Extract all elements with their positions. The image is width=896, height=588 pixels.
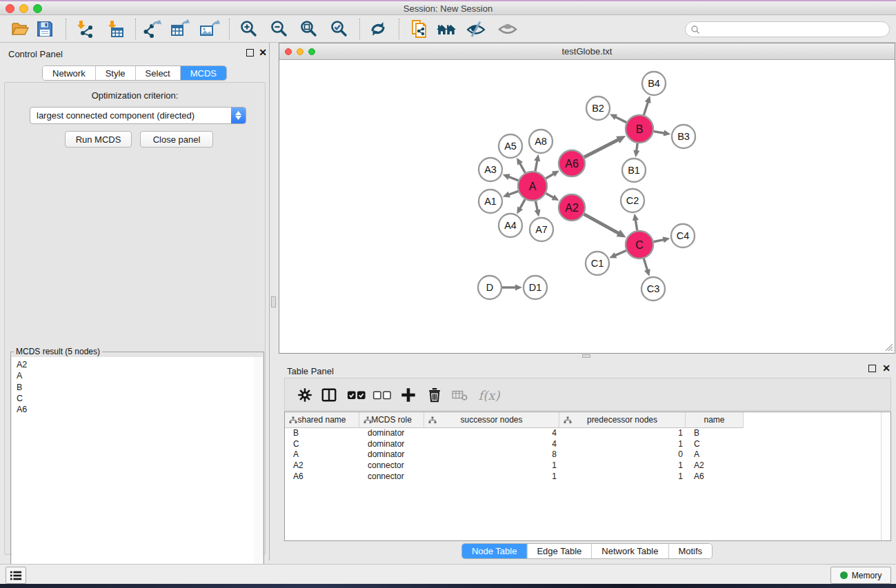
export-network-button[interactable]: [141, 18, 163, 40]
export-table-button[interactable]: [169, 18, 191, 40]
graph-node-C3[interactable]: C3: [641, 277, 665, 301]
resize-grip-icon[interactable]: [884, 343, 893, 352]
horizontal-splitter-handle[interactable]: [582, 354, 590, 358]
table-scrollbar-lane[interactable]: [881, 412, 890, 540]
column-header-shared-name[interactable]: shared name: [285, 412, 359, 428]
graph-edge-A-A4[interactable]: [517, 199, 525, 214]
graph-edge-A2-C[interactable]: [584, 214, 626, 238]
zoom-out-button[interactable]: [268, 18, 290, 40]
graph-edge-A-A6[interactable]: [546, 171, 559, 179]
graph-edge-C-C2[interactable]: [633, 214, 639, 230]
graph-node-A3[interactable]: A3: [479, 158, 502, 181]
export-image-button[interactable]: [199, 18, 221, 40]
graph-node-C4[interactable]: C4: [671, 224, 695, 247]
graph-node-D[interactable]: D: [478, 276, 501, 299]
graph-edge-C-C1[interactable]: [609, 250, 626, 258]
column-header-successor-nodes[interactable]: successor nodes: [424, 412, 559, 428]
result-scrollbar[interactable]: [254, 357, 263, 588]
tab-network[interactable]: Network: [43, 66, 95, 80]
close-panel-icon[interactable]: ✕: [257, 46, 268, 59]
graph-node-C[interactable]: C: [626, 231, 653, 258]
memory-button[interactable]: Memory: [830, 567, 891, 584]
table-row[interactable]: A6connector11A6: [285, 472, 890, 483]
network-canvas[interactable]: AA1A2A3A4A5A6A7A8BB1B2B3B4CC1C2C3C4DD1: [279, 60, 895, 353]
graph-edge-A6-B[interactable]: [584, 136, 626, 157]
table-row[interactable]: Cdominator41C: [285, 439, 890, 450]
hide-selected-button[interactable]: [465, 18, 487, 40]
table-settings-button[interactable]: [294, 384, 316, 406]
close-panel-button[interactable]: Close panel: [140, 131, 213, 148]
table-row[interactable]: Adominator80A: [285, 449, 890, 460]
graph-node-A5[interactable]: A5: [499, 134, 522, 158]
graph-node-B2[interactable]: B2: [586, 97, 610, 120]
deselect-all-button[interactable]: [371, 384, 393, 406]
graph-node-C1[interactable]: C1: [586, 252, 609, 275]
table-row[interactable]: A2connector11A2: [285, 460, 890, 472]
graph-edge-A-A7[interactable]: [535, 201, 541, 217]
graph-edge-B-B3[interactable]: [654, 130, 671, 136]
graph-node-B3[interactable]: B3: [672, 125, 695, 148]
column-header-predecessor-nodes[interactable]: predecessor nodes: [559, 412, 686, 428]
graph-node-A[interactable]: A: [518, 172, 547, 201]
graph-edge-A-A8[interactable]: [534, 154, 540, 172]
import-network-button[interactable]: [73, 18, 95, 40]
table-tab-motifs[interactable]: Motifs: [668, 544, 712, 558]
run-mcds-button[interactable]: Run MCDS: [65, 131, 132, 148]
float-panel-icon[interactable]: [246, 49, 254, 57]
graph-node-A8[interactable]: A8: [529, 130, 552, 153]
task-history-button[interactable]: [6, 567, 26, 584]
graph-edge-A-A1[interactable]: [503, 191, 518, 197]
tab-select[interactable]: Select: [135, 66, 180, 80]
split-view-button[interactable]: [318, 384, 340, 406]
graph-edge-C-C4[interactable]: [654, 236, 670, 243]
delete-table-button[interactable]: [449, 384, 471, 406]
function-builder-button[interactable]: f(x): [474, 384, 504, 406]
graph-edge-C-C3[interactable]: [644, 258, 650, 276]
graph-edge-B-B1[interactable]: [633, 143, 639, 157]
graph-node-B4[interactable]: B4: [642, 72, 666, 95]
result-list-item[interactable]: B: [12, 382, 254, 393]
graph-node-A6[interactable]: A6: [559, 150, 585, 176]
vertical-splitter-handle[interactable]: [271, 296, 276, 307]
show-all-button[interactable]: [497, 18, 519, 40]
graph-edge-A-A5[interactable]: [517, 158, 525, 173]
close-table-panel-icon[interactable]: ✕: [881, 362, 892, 374]
column-header-MCDS-role[interactable]: MCDS role: [359, 412, 424, 428]
float-table-panel-icon[interactable]: [868, 365, 876, 372]
result-list-item[interactable]: A6: [12, 404, 254, 415]
graph-node-A4[interactable]: A4: [499, 214, 522, 237]
graph-edge-B-B2[interactable]: [610, 114, 626, 122]
tab-style[interactable]: Style: [95, 66, 135, 80]
search-input[interactable]: [700, 25, 889, 34]
result-list-item[interactable]: C: [12, 393, 254, 404]
apply-layout-button[interactable]: [367, 18, 389, 40]
import-table-button[interactable]: [104, 18, 126, 40]
add-column-button[interactable]: [397, 384, 419, 406]
new-network-button[interactable]: [408, 18, 430, 40]
graph-node-D1[interactable]: D1: [524, 276, 547, 299]
zoom-selected-button[interactable]: [328, 18, 350, 40]
graph-node-B1[interactable]: B1: [622, 159, 646, 182]
zoom-in-button[interactable]: [238, 18, 260, 40]
result-list-item[interactable]: A: [12, 370, 254, 381]
graph-node-A2[interactable]: A2: [559, 194, 585, 221]
table-tab-network-table[interactable]: Network Table: [591, 544, 668, 558]
graph-node-A7[interactable]: A7: [530, 218, 553, 241]
first-neighbors-button[interactable]: [435, 18, 457, 40]
table-row[interactable]: Bdominator41B: [285, 428, 890, 439]
graph-edge-B-B4[interactable]: [644, 96, 650, 115]
graph-edge-D-D1[interactable]: [502, 284, 522, 290]
tab-mcds[interactable]: MCDS: [180, 66, 226, 80]
open-file-button[interactable]: [9, 18, 31, 40]
select-all-button[interactable]: [346, 384, 368, 406]
save-session-button[interactable]: [34, 18, 56, 40]
graph-edge-A-A3[interactable]: [503, 174, 519, 181]
graph-node-A1[interactable]: A1: [479, 190, 502, 213]
graph-node-B[interactable]: B: [626, 115, 653, 143]
criterion-dropdown[interactable]: largest connected component (directed): [30, 107, 246, 124]
delete-column-button[interactable]: [424, 384, 446, 406]
result-list-item[interactable]: A2: [12, 359, 254, 370]
column-header-name[interactable]: name: [686, 412, 744, 428]
mcds-result-list[interactable]: A2ABCA6: [12, 357, 255, 588]
table-tab-node-table[interactable]: Node Table: [462, 544, 527, 558]
